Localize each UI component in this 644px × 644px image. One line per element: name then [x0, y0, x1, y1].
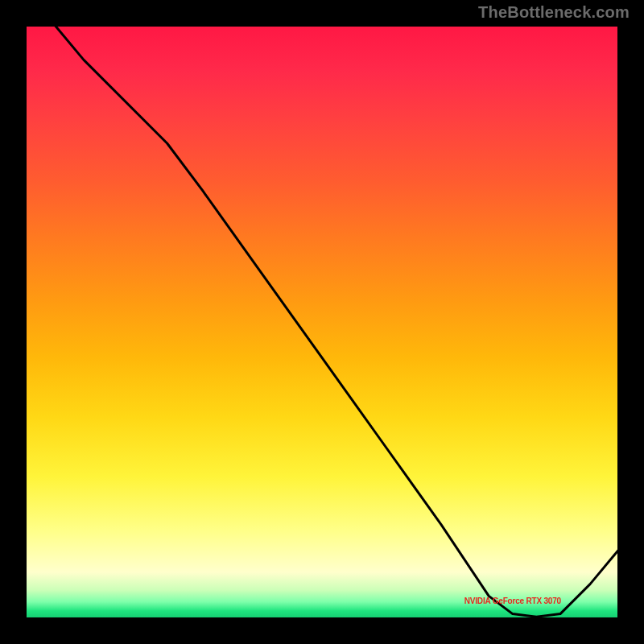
watermark-text: TheBottleneck.com — [478, 3, 630, 22]
gradient-background — [24, 24, 620, 620]
gpu-annotation-label: NVIDIA GeForce RTX 3070 — [464, 597, 561, 605]
plot-area: NVIDIA GeForce RTX 3070 — [24, 24, 620, 620]
chart-frame: TheBottleneck.com NVIDIA GeForce RTX 307… — [0, 0, 644, 644]
